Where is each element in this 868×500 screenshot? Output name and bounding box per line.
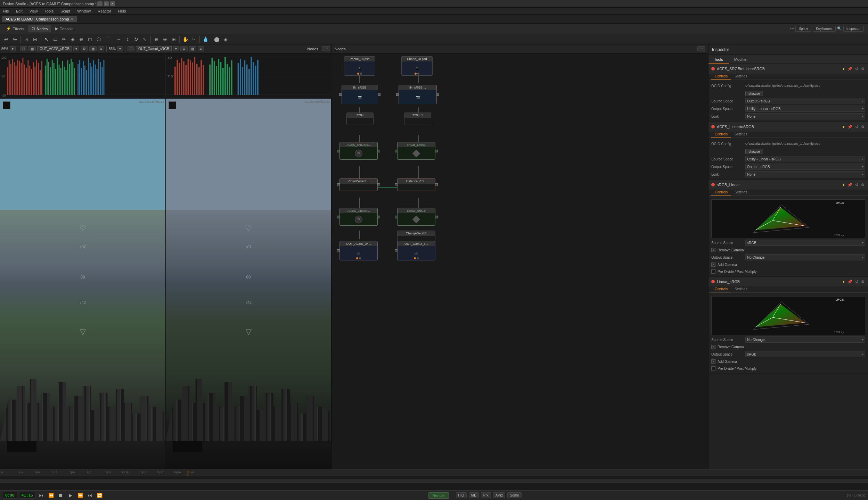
node-4-controls-tab[interactable]: Controls: [711, 286, 731, 292]
left-options1[interactable]: ⚙: [81, 46, 88, 51]
render-btn[interactable]: Render: [428, 492, 449, 499]
node-3-controls-tab[interactable]: Controls: [711, 190, 731, 195]
loop-btn[interactable]: 🔁: [96, 492, 104, 499]
prop-select-output-1[interactable]: Utility - Linear - sRGB ▾: [745, 106, 865, 112]
node-out-aces-left[interactable]: OUT_ACES_sR... 🏙: [339, 241, 378, 260]
node-phone-ui-right[interactable]: Phone_UI.psd 📱: [401, 56, 433, 76]
prop-select-source-4[interactable]: No Change ▾: [745, 336, 865, 343]
menu-view[interactable]: View: [28, 9, 39, 13]
node-inspector-aces-linear-header[interactable]: ACES_LineartoSRGB ● 📌 ↺ ⚙: [709, 122, 868, 132]
fit-btn[interactable]: ⊞: [170, 35, 178, 43]
zoom-in-btn[interactable]: ⊕: [152, 35, 161, 43]
node-instance-col-right[interactable]: Instance_Col...: [397, 178, 435, 191]
node-pin-btn-1[interactable]: 📌: [847, 67, 853, 71]
inspector-btn[interactable]: Inspector: [843, 26, 864, 32]
prop-select-source-3[interactable]: sRGB ▾: [745, 240, 865, 246]
node-32bit-left[interactable]: 32Bit: [346, 112, 374, 125]
nodes-more-btn[interactable]: ⋯: [697, 46, 705, 51]
meta-btn[interactable]: ◈: [221, 35, 230, 43]
node-4-settings-tab[interactable]: Settings: [731, 286, 751, 292]
play-forward-btn[interactable]: ⏩: [76, 492, 84, 499]
next-frame-btn[interactable]: ⏭: [86, 492, 94, 499]
play-btn[interactable]: ▶: [67, 492, 74, 499]
checkbox-pre-divide-4-box[interactable]: [711, 366, 715, 370]
left-view-btn1[interactable]: ⊡: [20, 46, 27, 51]
node-aces-srgb-left[interactable]: ACES_SRGBto... ↻: [339, 142, 378, 160]
menu-help[interactable]: Help: [117, 9, 128, 13]
prop-select-output-4[interactable]: sRGB ▾: [745, 351, 865, 357]
node-gear-btn-3[interactable]: ⚙: [860, 183, 865, 187]
rotate-btn[interactable]: ↻: [132, 35, 140, 43]
node-inspector-linear-srgb-header[interactable]: Linear_sRGB ● 📌 ↺ ⚙: [709, 277, 868, 286]
node-in-srgb-left[interactable]: IN_sRGB 📷: [342, 85, 378, 104]
select-btn[interactable]: ▭: [51, 35, 59, 43]
checkbox-pre-divide-3-box[interactable]: [711, 269, 715, 274]
prop-select-look-1[interactable]: None ▾: [745, 113, 865, 119]
node-1-controls-tab[interactable]: Controls: [711, 74, 731, 80]
console-mode-btn[interactable]: ▶ Console: [52, 25, 77, 32]
go-start-btn[interactable]: ⏮: [38, 492, 45, 499]
node-pin-btn-4[interactable]: 📌: [847, 280, 853, 284]
left-view-btn2[interactable]: ▦: [28, 46, 36, 51]
node-gear-btn-4[interactable]: ⚙: [860, 280, 865, 284]
color-pick-btn[interactable]: 💧: [201, 35, 210, 43]
stop-btn[interactable]: ⏹: [57, 492, 65, 499]
right-zoom-dropdown[interactable]: ▾: [117, 46, 123, 51]
undo-btn[interactable]: ↩: [2, 35, 10, 43]
effects-mode-btn[interactable]: ⚡ Effects: [3, 25, 27, 32]
prop-select-source-2[interactable]: Utility - Linear - sRGB ▾: [745, 156, 865, 162]
pan-btn[interactable]: ✋: [181, 35, 189, 43]
node-reset-btn-1[interactable]: ↺: [854, 67, 859, 71]
prop-select-output-2[interactable]: Output - sRGB ▾: [745, 164, 865, 170]
node-out-gamut-right[interactable]: OUT_Gamut_s... 🏙: [397, 241, 435, 260]
right-label-dropdown[interactable]: ▾: [173, 46, 179, 51]
menu-window[interactable]: Window: [76, 9, 92, 13]
prev-frame-btn[interactable]: ⏪: [47, 492, 55, 499]
playhead[interactable]: [188, 470, 188, 476]
node-2-settings-tab[interactable]: Settings: [731, 132, 751, 138]
node-2-controls-tab[interactable]: Controls: [711, 132, 731, 138]
scale-btn[interactable]: ⤡: [141, 35, 149, 43]
node-pin-btn-3[interactable]: 📌: [847, 183, 853, 187]
menu-reactor[interactable]: Reactor: [96, 9, 113, 13]
node-3-settings-tab[interactable]: Settings: [731, 190, 751, 195]
right-options1[interactable]: ⚙: [180, 46, 188, 51]
node-reset-btn-4[interactable]: ↺: [854, 280, 859, 284]
right-view-btn1[interactable]: ⊡: [128, 46, 134, 51]
menu-script[interactable]: Script: [59, 9, 72, 13]
inspector-scroll[interactable]: ACES_SRGBtoLinearSRGB ● 📌 ↺ ⚙ Controls S…: [709, 64, 868, 469]
node-colorcorrect-left[interactable]: ColorCorrect...: [339, 178, 378, 191]
node-reset-btn-3[interactable]: ↺: [854, 183, 859, 187]
mb-btn[interactable]: MB: [469, 492, 479, 498]
flip-h-btn[interactable]: ↔: [115, 35, 123, 43]
node-gear-btn-1[interactable]: ⚙: [860, 67, 865, 71]
viewer-toggle-btn[interactable]: ⊡: [22, 35, 31, 43]
paint-btn[interactable]: ✏: [60, 35, 68, 43]
checkbox-remove-gamma-4-box[interactable]: ✓: [711, 345, 715, 349]
node-inspector-srgb-linear-header[interactable]: sRGB_Linear ● 📌 ↺ ⚙: [709, 180, 868, 190]
erase-btn[interactable]: ◻: [86, 35, 94, 43]
menu-edit[interactable]: Edit: [15, 9, 24, 13]
right-options2[interactable]: ▦: [189, 46, 196, 51]
prop-browse-btn-2[interactable]: Browse: [745, 149, 763, 154]
node-pin-btn-2[interactable]: 📌: [847, 125, 853, 129]
aprx-btn[interactable]: APrx: [493, 492, 506, 498]
node-32bit-right[interactable]: 32Bit_1: [404, 112, 431, 125]
minimize-btn[interactable]: ─: [98, 1, 103, 6]
prop-select-output-3[interactable]: No Change ▾: [745, 254, 865, 260]
left-zoom-dropdown[interactable]: ▾: [10, 46, 16, 51]
maximize-btn[interactable]: □: [104, 1, 109, 6]
node-inspector-aces-srgb-header[interactable]: ACES_SRGBtoLinearSRGB ● 📌 ↺ ⚙: [709, 64, 868, 74]
prop-select-source-1[interactable]: Output - sRGB ▾: [745, 98, 865, 104]
tab-close-btn[interactable]: ✕: [71, 17, 73, 21]
node-in-srgb-right[interactable]: IN_sRGB_1 📷: [399, 85, 437, 104]
checkbox-add-gamma-4-box[interactable]: ✓: [711, 359, 715, 364]
spline-btn[interactable]: Spline: [795, 26, 811, 32]
bezier-btn[interactable]: ⌒: [103, 35, 112, 43]
node-aces-linear-left[interactable]: ACES_Lineart... ↻: [339, 208, 378, 226]
gradient-btn[interactable]: ◈: [68, 35, 77, 43]
node-phone-ui-left[interactable]: Phone_UI.psd 📱: [344, 56, 375, 76]
node-reset-btn-2[interactable]: ↺: [854, 125, 859, 129]
file-tab[interactable]: ACES to GAMUT Comparisson.comp ✕: [2, 16, 77, 22]
keyframes-btn[interactable]: Keyframes: [813, 26, 836, 32]
